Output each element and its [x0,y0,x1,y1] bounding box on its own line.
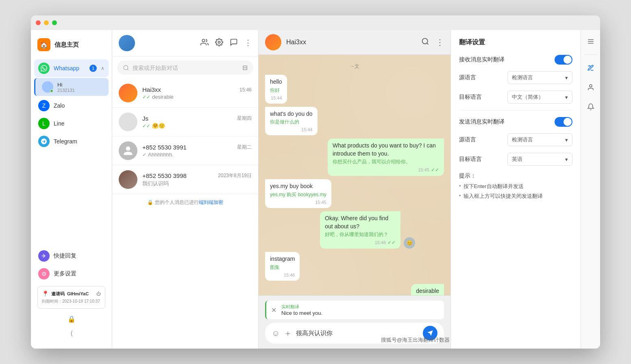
contacts-icon[interactable] [200,38,209,48]
chat-item-3998[interactable]: +852 5530 3998 2023年8月19日 我们认识吗 [112,165,258,194]
user-avatar [119,35,135,51]
attach-button[interactable]: ＋ [284,328,292,339]
more-indicator: →文 [265,61,444,72]
whatsapp-badge: 1 [89,65,97,72]
msg-okay-container: Okay. Where did you find out about us? 好… [320,211,444,249]
js-time: 星期四 [237,115,252,122]
send-source-row: 源语言 检测语言 ▾ [459,133,572,146]
chat-messages: →文 hello 你好 15:44 what's do you do 你是做什么… [259,55,450,295]
message-input[interactable] [296,330,419,337]
receive-source-select[interactable]: 检测语言 ▾ [507,71,572,84]
tip-2: • 输入框上方可以快捷关闭发送翻译 [459,193,572,200]
bell-icon[interactable] [584,100,597,113]
e2e-notice: 🔒 您的个人消息已进行端到端加密 [112,194,258,211]
chat-header-icons: ⋮ [421,37,444,47]
chevron-down-icon-4: ▾ [565,156,568,162]
close-preview-button[interactable]: ✕ [271,306,276,314]
svg-point-7 [590,84,592,87]
emoji-button[interactable]: ☺ [272,329,280,338]
chat-item-hai3xx[interactable]: Hai3xx 15:46 ✓✓ desirable [112,79,258,108]
icon-divider [585,54,597,55]
receive-toggle-row: 接收消息实时翻译 [459,55,572,65]
receive-toggle[interactable] [555,55,572,65]
send-target-label: 目标语言 [459,156,482,163]
titlebar [31,15,600,30]
invite-code-value: GlHmiYaC [67,291,89,296]
filter-icon[interactable]: ⊟ [242,64,248,72]
more-settings-item[interactable]: ⚙ 更多设置 [34,265,109,283]
e2e-link[interactable]: 端到端加密 [199,199,223,205]
chat-more-icon[interactable]: ⋮ [436,37,444,47]
hai3xx-top: Hai3xx 15:46 [142,86,252,93]
settings-label: 更多设置 [54,270,104,277]
invite-power-icon[interactable]: ⏻ [96,291,101,296]
chat-hi-name: Hi [57,82,75,88]
zalo-icon: Z [38,100,50,111]
close-button[interactable] [36,20,41,25]
js-preview: ✓✓ 🤗🙂 [142,123,252,129]
js-avatar [119,113,137,131]
whatsapp-icon [38,63,50,74]
send-toggle[interactable] [555,117,572,127]
search-input[interactable] [133,65,239,71]
minimize-button[interactable] [44,20,49,25]
msg-desirable: desirable 好的 15:46 ✓✓ [411,284,444,295]
contact-name: Hai3xx [286,39,306,46]
send-source-select[interactable]: 检测语言 ▾ [507,133,572,146]
sidebar-item-whatsapp[interactable]: Whatsapp 1 ∧ [34,59,109,77]
realtime-preview: ✕ 实时翻译 Nice to meet you. [265,301,444,319]
hai3xx-preview: ✓✓ desirable [142,94,252,100]
hai3xx-ticks: ✓✓ [142,94,150,100]
3991-preview: ✓ Ahhhhhhh. [142,152,252,158]
3998-preview: 我们认识吗 [142,180,252,187]
telegram-label: Telegram [54,138,104,145]
translate-icon[interactable] [584,61,597,74]
sidebar-item-telegram[interactable]: Telegram [34,132,109,150]
quick-reply-item[interactable]: ✈ 快捷回复 [34,247,109,265]
chat-hi-info: Hi 2132131 [57,82,75,93]
invite-code-label: 邀请码 [51,291,65,297]
3991-content: +852 5530 3991 星期二 ✓ Ahhhhhhh. [142,144,252,158]
chat-item-3991[interactable]: +852 5530 3991 星期二 ✓ Ahhhhhhh. [112,136,258,165]
realtime-text: Nice to meet you. [281,310,322,316]
3998-name: +852 5530 3998 [142,172,187,179]
whatsapp-label: Whatsapp [54,65,85,72]
menu-icon[interactable] [584,35,597,48]
sidebar-item-zalo[interactable]: Z Zalo [34,97,109,115]
lock-icon: 🔒 [34,312,109,326]
person-icon[interactable] [584,81,597,94]
sidebar-item-line[interactable]: L Line [34,115,109,132]
section-divider [459,110,572,110]
receive-label: 接收消息实时翻译 [459,56,505,63]
chat-item-js[interactable]: Js 星期四 ✓✓ 🤗🙂 [112,108,258,136]
js-ticks: ✓✓ [142,123,150,129]
3998-time: 2023年8月19日 [218,172,252,179]
3991-preview-text: Ahhhhhhh. [148,152,174,158]
3998-preview-text: 我们认识吗 [142,180,169,187]
chevron-down-icon-3: ▾ [565,137,568,143]
msg-instagram: instagram 图集 15:46 [265,252,300,281]
settings-gear-icon[interactable] [215,38,223,48]
hai3xx-name: Hai3xx [142,86,161,93]
sidebar-chat-hi[interactable]: Hi 2132131 [34,78,109,96]
search-icon [123,65,129,71]
chat-header: Hai3xx ⋮ [259,30,450,55]
collapse-button[interactable]: ⟨ [34,326,109,340]
invite-card: 📍 邀请码 GlHmiYaC ⏻ 到期时间：2023-10-19 17:10:3… [37,286,105,309]
app-window: 🏠 信息主页 Whatsapp 1 ∧ [31,15,600,349]
3991-time: 星期二 [237,144,252,151]
receive-target-select[interactable]: 中文（简体） ▾ [507,91,572,104]
more-dots-icon[interactable]: ⋮ [244,38,252,48]
tip-1: • 按下Enter自动翻译并发送 [459,183,572,190]
js-name: Js [142,115,148,122]
tips-section: 提示： • 按下Enter自动翻译并发送 • 输入框上方可以快捷关闭发送翻译 [459,172,572,200]
send-target-select[interactable]: 英语 ▾ [507,153,572,166]
chat-list-panel: ⋮ ⊟ Hai3xx 15:46 [112,30,259,349]
compose-icon[interactable] [230,38,238,48]
send-label: 发送消息实时翻译 [459,118,505,126]
js-preview-text: 🤗🙂 [152,123,165,129]
maximize-button[interactable] [52,20,57,25]
chat-search-icon[interactable] [421,37,429,47]
main-layout: 🏠 信息主页 Whatsapp 1 ∧ [31,15,600,349]
right-icon-bar [581,30,600,349]
